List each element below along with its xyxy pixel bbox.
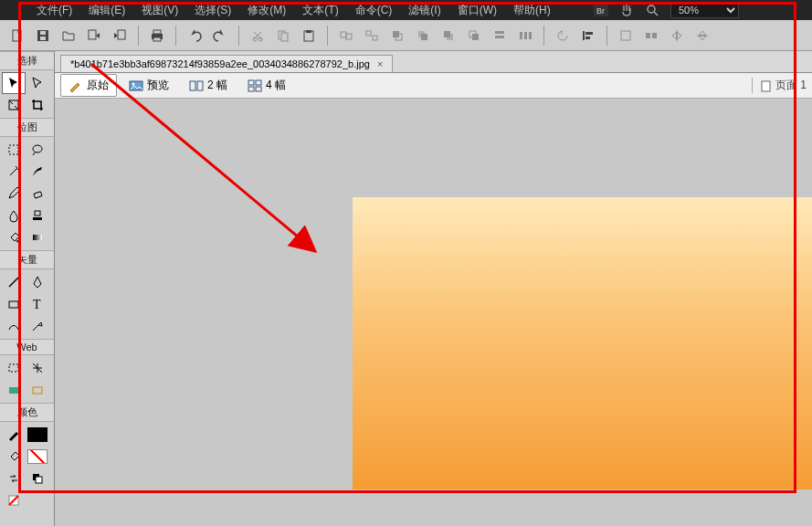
page-label: 页面 1 — [775, 79, 807, 91]
page-indicator[interactable]: 页面 1 — [752, 78, 807, 93]
view-tab-2up[interactable]: 2 幅 — [181, 74, 236, 97]
canvas-image[interactable] — [353, 197, 812, 489]
pen-tool[interactable] — [26, 271, 49, 293]
view-tab-4up[interactable]: 4 幅 — [239, 74, 294, 97]
bridge-icon[interactable]: Br — [594, 4, 608, 16]
lasso-tool[interactable] — [26, 139, 49, 161]
document-tab[interactable]: *b401b71e3bb3af69873214f93859a2ee_003403… — [60, 55, 393, 72]
svg-point-59 — [132, 82, 135, 85]
menu-command[interactable]: 命令(C) — [355, 3, 393, 18]
knife-tool[interactable] — [26, 315, 49, 337]
page-icon — [760, 79, 773, 92]
menu-select[interactable]: 选择(S) — [195, 3, 231, 18]
menu-file[interactable]: 文件(F) — [37, 3, 72, 18]
line-tool[interactable] — [2, 271, 26, 293]
stroke-color-icon — [2, 424, 26, 446]
svg-rect-8 — [89, 30, 96, 39]
blur-tool[interactable] — [2, 205, 26, 226]
image-icon — [129, 79, 143, 92]
copy-button[interactable] — [273, 26, 293, 46]
svg-text:T: T — [33, 298, 41, 311]
default-colors-button[interactable] — [26, 468, 49, 489]
ungroup-button[interactable] — [362, 26, 382, 46]
fill-color-swatch[interactable] — [26, 446, 49, 468]
marquee-tool[interactable] — [2, 139, 26, 161]
text-tool[interactable]: T — [26, 293, 49, 315]
menu-help[interactable]: 帮助(H) — [513, 3, 551, 18]
svg-rect-44 — [34, 192, 42, 198]
zoom-select[interactable]: 50% — [670, 2, 739, 18]
menu-edit[interactable]: 编辑(E) — [89, 3, 125, 18]
menu-view[interactable]: 视图(V) — [142, 3, 178, 18]
svg-rect-63 — [256, 80, 261, 85]
bucket-tool[interactable] — [2, 226, 26, 248]
svg-rect-35 — [529, 32, 532, 39]
brush-tool[interactable] — [26, 161, 49, 183]
align-button[interactable] — [490, 26, 510, 46]
open-button[interactable] — [58, 26, 79, 46]
stamp-tool[interactable] — [26, 205, 49, 226]
save-button[interactable] — [33, 26, 53, 46]
new-file-button[interactable] — [7, 26, 27, 46]
flip-h-button[interactable] — [667, 26, 687, 46]
cut-button[interactable] — [248, 26, 268, 46]
svg-rect-53 — [33, 387, 42, 394]
svg-rect-43 — [9, 145, 18, 154]
view-tab-preview[interactable]: 预览 — [121, 74, 177, 97]
redo-button[interactable] — [210, 26, 230, 46]
send-back-button[interactable] — [464, 26, 484, 46]
no-color-button[interactable] — [2, 489, 26, 511]
export-button[interactable] — [110, 26, 130, 46]
merge-button[interactable] — [641, 26, 661, 46]
section-vector-label: 矢量 — [0, 250, 54, 269]
align-edges-button[interactable] — [578, 26, 598, 46]
search-icon[interactable] — [645, 3, 659, 17]
bring-forward-button[interactable] — [413, 26, 433, 46]
pencil-tool[interactable] — [2, 183, 26, 205]
menu-window[interactable]: 窗口(W) — [458, 3, 497, 18]
canvas-area[interactable] — [55, 99, 812, 526]
gradient-tool[interactable] — [26, 226, 49, 248]
menu-text[interactable]: 文本(T) — [302, 3, 338, 18]
paste-button[interactable] — [299, 26, 319, 46]
print-button[interactable] — [147, 26, 167, 46]
svg-rect-28 — [444, 31, 450, 37]
subselect-tool[interactable] — [26, 72, 49, 94]
swap-colors-button[interactable] — [2, 468, 26, 489]
rectangle-tool[interactable] — [2, 293, 26, 315]
pencil-icon — [69, 79, 83, 92]
flip-v-button[interactable] — [692, 26, 712, 46]
slice-tool[interactable] — [26, 357, 49, 379]
crop-tool[interactable] — [26, 94, 49, 116]
stroke-color-swatch[interactable] — [26, 424, 49, 446]
rotate-left-button[interactable] — [553, 26, 573, 46]
freeform-tool[interactable] — [2, 315, 26, 337]
workspace: *b401b71e3bb3af69873214f93859a2ee_003403… — [55, 51, 812, 526]
distribute-button[interactable] — [515, 26, 535, 46]
svg-rect-66 — [762, 81, 770, 91]
scale-tool[interactable] — [2, 94, 26, 116]
menu-modify[interactable]: 修改(M) — [248, 3, 286, 18]
view-tab-original[interactable]: 原始 — [60, 74, 117, 97]
svg-rect-19 — [341, 32, 346, 37]
view-tab-label: 预览 — [147, 78, 169, 93]
menu-filter[interactable]: 滤镜(I) — [408, 3, 440, 18]
menu-bar: 文件(F) 编辑(E) 视图(V) 选择(S) 修改(M) 文本(T) 命令(C… — [0, 0, 812, 20]
bring-front-button[interactable] — [387, 26, 407, 46]
hide-slice-button[interactable] — [2, 379, 26, 401]
send-backward-button[interactable] — [438, 26, 459, 46]
four-up-icon — [248, 79, 262, 92]
pointer-tool[interactable] — [2, 72, 26, 94]
group-button[interactable] — [336, 26, 356, 46]
show-slice-button[interactable] — [26, 379, 49, 401]
hand-icon[interactable] — [619, 3, 634, 17]
flatten-button[interactable] — [616, 26, 636, 46]
svg-rect-39 — [621, 31, 630, 40]
eraser-tool[interactable] — [26, 183, 49, 205]
hotspot-tool[interactable] — [2, 357, 26, 379]
import-button[interactable] — [84, 26, 104, 46]
wand-tool[interactable] — [2, 161, 26, 183]
close-tab-button[interactable]: × — [377, 58, 383, 69]
svg-rect-62 — [248, 80, 254, 85]
undo-button[interactable] — [185, 26, 205, 46]
